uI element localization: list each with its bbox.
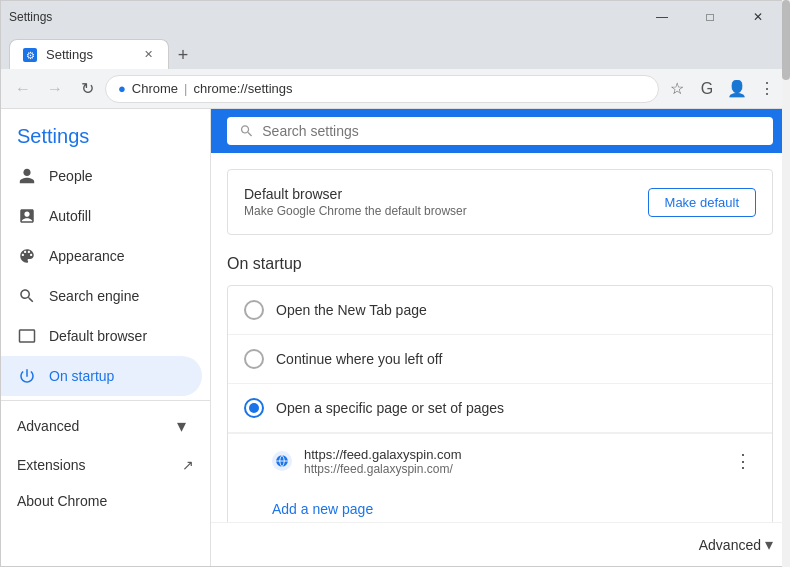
appearance-icon [17,246,37,266]
add-new-page-link[interactable]: Add a new page [272,501,373,517]
autofill-label: Autofill [49,208,91,224]
search-engine-icon [17,286,37,306]
extensions-left: Extensions [17,457,85,473]
sidebar-divider [1,400,210,401]
sidebar-item-autofill[interactable]: Autofill [1,196,202,236]
sidebar-item-default-browser[interactable]: Default browser [1,316,202,356]
startup-option-specific[interactable]: Open a specific page or set of pages [228,384,772,433]
address-host: Chrome [132,81,178,96]
tab-bar: ⚙ Settings ✕ + [1,33,789,69]
maximize-button[interactable]: □ [687,1,733,33]
tab-close-button[interactable]: ✕ [140,47,156,63]
card-title: Default browser [244,186,467,202]
site-options-button[interactable]: ⋮ [730,446,756,476]
profile-icon[interactable]: 👤 [723,75,751,103]
title-bar: Settings — □ ✕ [1,1,789,33]
extensions-label: Extensions [17,457,85,473]
appearance-label: Appearance [49,248,125,264]
menu-icon[interactable]: ⋮ [753,75,781,103]
startup-options: Open the New Tab page Continue where you… [227,285,773,522]
settings-tab[interactable]: ⚙ Settings ✕ [9,39,169,69]
radio-specific[interactable] [244,398,264,418]
new-tab-button[interactable]: + [169,41,197,69]
site-info: https://feed.galaxyspin.com https://feed… [304,447,718,476]
sidebar-item-appearance[interactable]: Appearance [1,236,202,276]
address-secure-icon: ● [118,81,126,96]
sidebar-item-people[interactable]: People [1,156,202,196]
advanced-expand-button[interactable]: Advanced ▾ [699,535,773,554]
tab-favicon: ⚙ [22,47,38,63]
option-continue-label: Continue where you left off [276,351,442,367]
refresh-button[interactable]: ↻ [73,75,101,103]
address-path: chrome://settings [194,81,293,96]
tab-label: Settings [46,47,93,62]
content-area: DISA Default browser Make Google Chrome … [211,153,789,522]
option-new-tab-label: Open the New Tab page [276,302,427,318]
add-new-page: Add a new page [228,488,772,522]
address-box[interactable]: ● Chrome | chrome://settings [105,75,659,103]
search-input-icon [239,123,254,139]
about-label: About Chrome [17,493,107,509]
on-startup-icon [17,366,37,386]
advanced-chevron-icon: ▾ [177,415,186,437]
sidebar-item-about[interactable]: About Chrome [1,483,202,519]
bottom-advanced: Advanced ▾ [211,522,789,566]
radio-continue[interactable] [244,349,264,369]
google-icon[interactable]: G [693,75,721,103]
forward-button[interactable]: → [41,75,69,103]
sidebar-extensions[interactable]: Extensions ↗ [1,447,210,483]
card-subtitle: Make Google Chrome the default browser [244,204,467,218]
default-browser-label: Default browser [49,328,147,344]
on-startup-section-title: On startup [227,255,773,273]
address-bar-row: ← → ↻ ● Chrome | chrome://settings ☆ G 👤… [1,69,789,109]
chevron-down-icon: ▾ [765,535,773,554]
option-specific-label: Open a specific page or set of pages [276,400,504,416]
search-input[interactable] [262,123,761,139]
site-entry: https://feed.galaxyspin.com https://feed… [228,433,772,488]
sidebar-advanced-section[interactable]: Advanced ▾ [1,405,202,447]
scrollbar-track [782,109,789,566]
site-favicon [272,451,292,471]
sidebar-title: Settings [1,109,210,156]
site-url-main: https://feed.galaxyspin.com [304,447,718,462]
startup-option-continue[interactable]: Continue where you left off [228,335,772,384]
window-title: Settings [9,10,52,24]
back-button[interactable]: ← [9,75,37,103]
sidebar: Settings People Autofill Appearance [1,109,211,566]
advanced-section-label: Advanced [17,418,79,434]
people-icon [17,166,37,186]
search-input-wrap[interactable] [227,117,773,145]
autofill-icon [17,206,37,226]
main-panel: DISA Default browser Make Google Chrome … [211,109,789,566]
address-separator: | [184,81,187,96]
site-url-sub: https://feed.galaxyspin.com/ [304,462,718,476]
default-browser-card: Default browser Make Google Chrome the d… [227,169,773,235]
sidebar-item-on-startup[interactable]: On startup [1,356,202,396]
startup-option-new-tab[interactable]: Open the New Tab page [228,286,772,335]
external-link-icon: ↗ [182,457,194,473]
bookmark-icon[interactable]: ☆ [663,75,691,103]
search-bar-area [211,109,789,153]
browser-window: Settings — □ ✕ ⚙ Settings ✕ + ← → ↻ ● Ch… [0,0,790,567]
minimize-button[interactable]: — [639,1,685,33]
search-engine-label: Search engine [49,288,139,304]
window-controls: — □ ✕ [639,1,781,33]
card-text: Default browser Make Google Chrome the d… [244,186,467,218]
svg-text:⚙: ⚙ [26,50,35,61]
sidebar-item-search[interactable]: Search engine [1,276,202,316]
close-button[interactable]: ✕ [735,1,781,33]
advanced-expand-label: Advanced [699,537,761,553]
browser-content: Settings People Autofill Appearance [1,109,789,566]
people-label: People [49,168,93,184]
radio-new-tab[interactable] [244,300,264,320]
make-default-button[interactable]: Make default [648,188,756,217]
default-browser-icon [17,326,37,346]
toolbar-icons: ☆ G 👤 ⋮ [663,75,781,103]
on-startup-label: On startup [49,368,114,384]
radio-specific-inner [249,403,259,413]
